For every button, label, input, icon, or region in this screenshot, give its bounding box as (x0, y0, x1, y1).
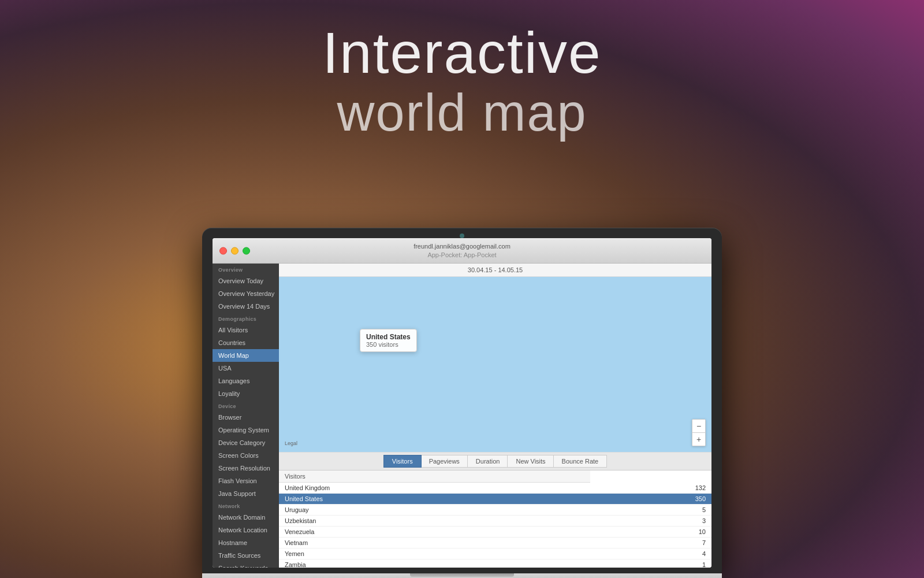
zoom-out-button[interactable]: + (692, 433, 705, 446)
table-cell-country: Zambia (279, 560, 590, 568)
main-content: OverviewOverview TodayOverview Yesterday… (213, 264, 711, 568)
tab-duration[interactable]: Duration (467, 455, 509, 468)
table-cell-count: 350 (590, 494, 711, 505)
sidebar-item-countries[interactable]: Countries (213, 336, 279, 349)
sidebar-section-label: Demographics (213, 313, 279, 324)
sidebar-item-network-location[interactable]: Network Location (213, 524, 279, 536)
hero-title-area: Interactive world map (0, 0, 924, 162)
tab-bar: VisitorsPageviewsDurationNew VisitsBounc… (279, 453, 711, 470)
zoom-in-button[interactable]: − (692, 420, 705, 432)
table-cell-count: 7 (590, 538, 711, 549)
title-line2: world map (337, 84, 587, 142)
sidebar-item-flash-version[interactable]: Flash Version (213, 475, 279, 487)
map-tooltip: United States 350 visitors (360, 329, 417, 352)
map-legal: Legal (285, 440, 297, 446)
window-app: App-Pocket: App-Pocket (413, 251, 511, 259)
table-cell-count: 3 (590, 516, 711, 527)
maximize-button[interactable] (243, 247, 250, 254)
close-button[interactable] (219, 247, 227, 254)
laptop-base (202, 573, 722, 578)
table-area: VisitorsPageviewsDurationNew VisitsBounc… (279, 452, 711, 568)
table-row[interactable]: Uzbekistan3 (279, 516, 711, 527)
app-window: freundl.janniklas@googlemail.com App-Poc… (213, 238, 711, 568)
sidebar-item-browser[interactable]: Browser (213, 411, 279, 424)
sidebar-section-label: Network (213, 500, 279, 511)
sidebar-item-languages[interactable]: Languages (213, 375, 279, 387)
sidebar-item-device-category[interactable]: Device Category (213, 436, 279, 449)
tab-bounce-rate[interactable]: Bounce Rate (553, 455, 608, 468)
camera-dot (460, 234, 464, 238)
minimize-button[interactable] (231, 247, 239, 254)
sidebar-item-overview-14days[interactable]: Overview 14 Days (213, 300, 279, 313)
sidebar-item-screen-colors[interactable]: Screen Colors (213, 449, 279, 462)
tab-pageviews[interactable]: Pageviews (420, 455, 468, 468)
sidebar-item-all-visitors[interactable]: All Visitors (213, 324, 279, 336)
date-range: 30.04.15 - 14.05.15 (468, 266, 523, 273)
sidebar-item-overview-today[interactable]: Overview Today (213, 275, 279, 287)
table-cell-country: United Kingdom (279, 483, 590, 494)
table-cell-country: United States (279, 494, 590, 505)
tooltip-country: United States (366, 333, 411, 341)
sidebar-item-java-support[interactable]: Java Support (213, 487, 279, 500)
tab-new-visits[interactable]: New Visits (507, 455, 554, 468)
tab-visitors[interactable]: Visitors (383, 455, 422, 468)
map-zoom-controls: − + (692, 419, 706, 446)
table-cell-country: Vietnam (279, 538, 590, 549)
sidebar-item-loyality[interactable]: Loyality (213, 387, 279, 400)
table-cell-count: 5 (590, 505, 711, 516)
sidebar-item-overview-yesterday[interactable]: Overview Yesterday (213, 287, 279, 300)
date-bar: 30.04.15 - 14.05.15 (279, 264, 711, 277)
sidebar-item-hostname[interactable]: Hostname (213, 536, 279, 549)
sidebar-section-label: Device (213, 400, 279, 411)
laptop: freundl.janniklas@googlemail.com App-Poc… (202, 228, 722, 578)
table-row[interactable]: Yemen4 (279, 549, 711, 560)
laptop-hinge (410, 573, 514, 577)
title-bar: freundl.janniklas@googlemail.com App-Poc… (213, 238, 711, 264)
table-cell-count: 4 (590, 549, 711, 560)
sidebar-item-world-map[interactable]: World Map (213, 349, 279, 362)
table-cell-count: 10 (590, 527, 711, 538)
table-header-visitors: Visitors (279, 470, 590, 483)
table-row[interactable]: Venezuela10 (279, 527, 711, 538)
table-cell-country: Uzbekistan (279, 516, 590, 527)
table-cell-count: 132 (590, 483, 711, 494)
table-row[interactable]: Uruguay5 (279, 505, 711, 516)
map-area[interactable]: NORDAMERIKA EUROPA AFRIKA SÜDAMERIKA Nor… (279, 277, 711, 452)
sidebar-section-label: Overview (213, 264, 279, 275)
window-title: freundl.janniklas@googlemail.com App-Poc… (413, 242, 511, 259)
sidebar-item-search-keywords[interactable]: Search Keywords (213, 562, 279, 568)
table-row[interactable]: Zambia1 (279, 560, 711, 568)
table-cell-country: Venezuela (279, 527, 590, 538)
laptop-screen-bezel: freundl.janniklas@googlemail.com App-Poc… (202, 228, 722, 573)
sidebar-item-traffic-sources[interactable]: Traffic Sources (213, 549, 279, 562)
table-cell-country: Yemen (279, 549, 590, 560)
table-cell-count: 1 (590, 560, 711, 568)
map-ocean (279, 277, 711, 452)
table-row[interactable]: United States350 (279, 494, 711, 505)
sidebar: OverviewOverview TodayOverview Yesterday… (213, 264, 279, 568)
window-email: freundl.janniklas@googlemail.com (413, 242, 511, 250)
window-controls (219, 247, 250, 254)
screen-inner: freundl.janniklas@googlemail.com App-Poc… (213, 238, 711, 568)
sidebar-item-operating-system[interactable]: Operating System (213, 424, 279, 436)
title-line1: Interactive (322, 21, 601, 84)
sidebar-item-screen-resolution[interactable]: Screen Resolution (213, 462, 279, 475)
data-table[interactable]: VisitorsUnited Kingdom132United States35… (279, 470, 711, 568)
content-area: 30.04.15 - 14.05.15 (279, 264, 711, 568)
sidebar-item-network-domain[interactable]: Network Domain (213, 511, 279, 524)
tooltip-visitors: 350 visitors (366, 341, 411, 348)
table-row[interactable]: Vietnam7 (279, 538, 711, 549)
table-row[interactable]: United Kingdom132 (279, 483, 711, 494)
sidebar-item-usa[interactable]: USA (213, 362, 279, 375)
table-cell-country: Uruguay (279, 505, 590, 516)
